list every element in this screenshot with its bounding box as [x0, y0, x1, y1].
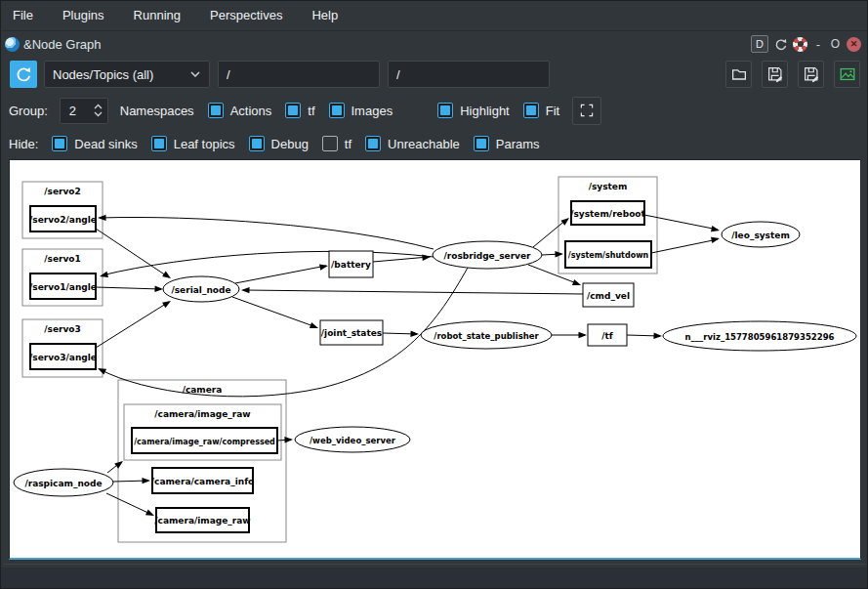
graph-label: /tf [601, 331, 613, 341]
checkbox-leaf-topics[interactable] [151, 136, 167, 151]
group-toggle-tf[interactable]: tf [285, 103, 314, 118]
hide-toggle-dead-sinks[interactable]: Dead sinks [52, 136, 137, 151]
graph-canvas[interactable]: /servo2/servo1/servo3/system/camera/came… [9, 159, 861, 560]
graph-arrowhead [241, 287, 250, 294]
menu-item-help[interactable]: Help [297, 1, 352, 30]
hide-toggle-params[interactable]: Params [474, 136, 540, 151]
graph-label: /servo1/angle [29, 282, 97, 292]
hide-toggle-debug[interactable]: Debug [249, 136, 309, 151]
graph-arrowhead [97, 365, 106, 374]
topic-filter-input[interactable] [388, 61, 550, 88]
hide-toggle-tf[interactable]: tf [322, 136, 351, 151]
graph-arrowhead [98, 215, 106, 222]
view-toggle-fit[interactable]: Fit [523, 103, 559, 118]
graph-type-value: Nodes/Topics (all) [53, 67, 153, 82]
spin-down-icon[interactable] [94, 111, 103, 117]
graph-edge-system-shutdown-to-leo-system [651, 239, 718, 253]
graph-label: /raspicam_node [24, 479, 102, 488]
graph-edge-rosbridge-server-to-system-reboot [533, 219, 567, 247]
reload-plugin-button[interactable] [773, 37, 788, 52]
menu-item-perspectives[interactable]: Perspectives [195, 1, 297, 30]
graph-arrowhead [422, 254, 431, 261]
group-toggle-images[interactable]: Images [329, 103, 393, 118]
checkbox-dead-sinks[interactable] [52, 136, 67, 151]
save-dot-button[interactable] [762, 61, 788, 88]
graph-arrowhead [310, 322, 319, 331]
checkbox-images[interactable] [329, 103, 345, 118]
graph-arrowhead [319, 263, 329, 271]
graph-label: /camera/image_raw [154, 409, 250, 419]
load-dot-button[interactable] [725, 61, 752, 88]
checkbox-fit[interactable] [523, 103, 539, 118]
checkbox-label: Unreachable [388, 137, 460, 151]
graph-label: /servo3/angle [29, 353, 97, 362]
checkbox-label: Fit [546, 104, 559, 118]
graph-label: /system/reboot [570, 209, 645, 219]
refresh-icon [15, 65, 32, 83]
detach-button[interactable]: D [751, 35, 768, 53]
graph-arrowhead [555, 251, 563, 258]
restore-button[interactable]: O [829, 37, 842, 51]
checkbox-debug[interactable] [249, 136, 265, 151]
dock-title: &Node Graph [23, 37, 102, 52]
hide-toggle-unreachable[interactable]: Unreachable [365, 136, 460, 151]
graph-label: /robot_state_publisher [434, 331, 539, 341]
graph-edge-system-reboot-to-leo-system [644, 215, 718, 230]
graph-arrowhead [579, 332, 588, 338]
group-spinbox[interactable]: 2 [60, 98, 108, 124]
hide-options-row: Hide: Dead sinksLeaf topicsDebugtfUnreac… [1, 129, 867, 158]
graph-arrowhead [162, 298, 173, 308]
graph-type-select[interactable]: Nodes/Topics (all) [44, 61, 210, 88]
help-button[interactable] [793, 37, 807, 52]
checkbox-label: Images [351, 104, 393, 118]
toolbar: Nodes/Topics (all) [1, 58, 867, 91]
graph-arrowhead [99, 272, 108, 279]
view-toggles: HighlightFit [424, 103, 559, 118]
save-image-button[interactable] [834, 61, 860, 88]
checkbox-highlight[interactable] [437, 103, 453, 118]
checkbox-label: tf [308, 104, 314, 118]
hide-toggle-leaf-topics[interactable]: Leaf topics [151, 136, 235, 151]
graph-label: /servo1 [44, 254, 81, 264]
graph-label: /camera/camera_info [151, 477, 254, 486]
save-icon [802, 64, 821, 84]
checkbox-unreachable[interactable] [365, 136, 381, 151]
namespace-filter-input[interactable] [218, 61, 380, 88]
minimize-button[interactable]: - [812, 37, 824, 52]
menu-item-file[interactable]: File [1, 1, 48, 30]
fit-icon [579, 103, 595, 118]
graph-edge-serial-node-to-battery [235, 266, 326, 283]
checkbox-actions[interactable] [208, 103, 224, 118]
menu-item-plugins[interactable]: Plugins [48, 1, 119, 30]
chevron-down-icon [189, 70, 201, 78]
app-icon [5, 37, 20, 52]
graph-label: /leo_system [731, 231, 790, 240]
graph-arrowhead [284, 437, 293, 443]
hide-label: Hide: [9, 137, 38, 151]
fit-in-view-button[interactable] [572, 97, 601, 125]
menu-bar: FilePluginsRunningPerspectivesHelp [1, 1, 867, 31]
group-options-row: Group: 2 Namespaces ActionstfImages High… [1, 96, 867, 125]
graph-label: /cmd_vel [587, 291, 630, 301]
checkbox-params[interactable] [474, 136, 489, 151]
checkbox-tf[interactable] [322, 136, 338, 151]
graph-arrowhead [114, 458, 125, 468]
save-svg-button[interactable] [798, 61, 824, 88]
graph-edge-battery-to-rosbridge-server [373, 257, 429, 262]
close-button[interactable]: ✕ [847, 37, 861, 52]
spin-up-icon[interactable] [94, 104, 103, 109]
graph-edge-servo3-angle-to-serial-node [96, 302, 169, 348]
view-toggle-highlight[interactable]: Highlight [437, 103, 510, 118]
refresh-graph-button[interactable] [10, 61, 37, 88]
graph-label: n___rviz_1577805961879352296 [684, 332, 834, 342]
group-toggle-actions[interactable]: Actions [208, 103, 272, 118]
checkbox-label: Highlight [460, 104, 510, 118]
dock-titlebar: &Node Graph D - O ✕ [1, 31, 867, 57]
spin-arrows [94, 104, 107, 117]
graph-label: /servo2/angle [29, 215, 97, 225]
checkbox-tf[interactable] [285, 103, 301, 118]
menu-item-running[interactable]: Running [119, 1, 195, 30]
save-icon [765, 64, 785, 84]
checkbox-label: Params [496, 137, 540, 151]
graph-arrowhead [572, 279, 582, 288]
